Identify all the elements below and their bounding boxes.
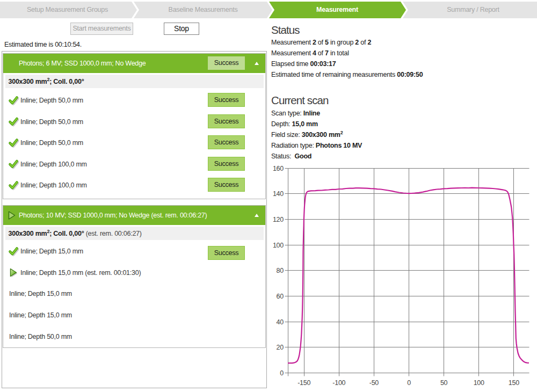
svg-text:0: 0 (407, 379, 411, 387)
svg-text:120: 120 (273, 216, 284, 223)
svg-text:160: 160 (273, 165, 284, 172)
svg-text:140: 140 (273, 190, 284, 198)
svg-text:40: 40 (277, 318, 284, 326)
svg-text:100: 100 (474, 379, 484, 387)
svg-text:-50: -50 (369, 379, 379, 387)
svg-text:-150: -150 (297, 379, 310, 387)
svg-text:-100: -100 (332, 379, 345, 387)
svg-text:80: 80 (277, 267, 284, 274)
svg-text:150: 150 (509, 379, 519, 387)
svg-text:60: 60 (277, 293, 284, 300)
svg-text:0: 0 (280, 369, 284, 377)
svg-text:50: 50 (440, 379, 448, 387)
svg-text:20: 20 (277, 344, 284, 351)
svg-text:100: 100 (273, 242, 284, 249)
